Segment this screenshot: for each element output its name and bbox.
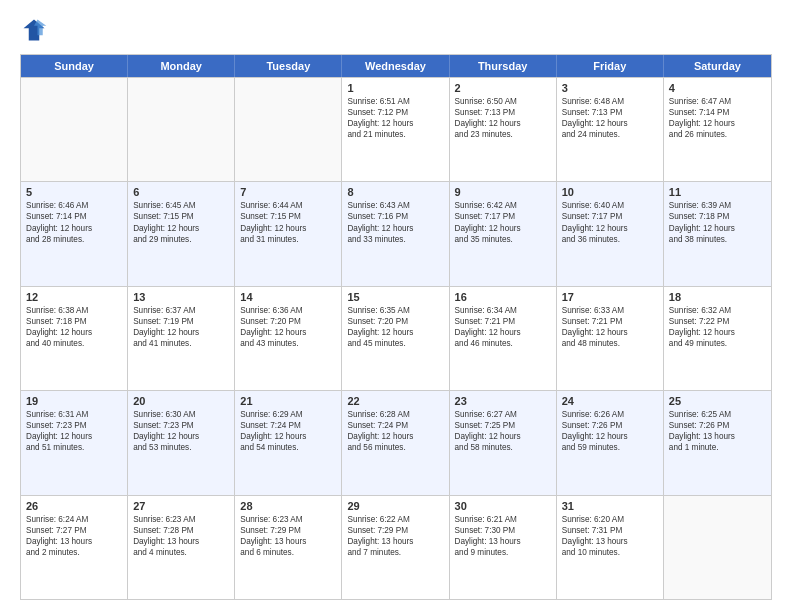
calendar-cell: 12Sunrise: 6:38 AM Sunset: 7:18 PM Dayli…	[21, 287, 128, 390]
cell-daylight-info: Sunrise: 6:39 AM Sunset: 7:18 PM Dayligh…	[669, 200, 766, 244]
calendar-cell: 17Sunrise: 6:33 AM Sunset: 7:21 PM Dayli…	[557, 287, 664, 390]
cell-date-number: 2	[455, 82, 551, 94]
cell-daylight-info: Sunrise: 6:27 AM Sunset: 7:25 PM Dayligh…	[455, 409, 551, 453]
cell-daylight-info: Sunrise: 6:23 AM Sunset: 7:28 PM Dayligh…	[133, 514, 229, 558]
cell-daylight-info: Sunrise: 6:25 AM Sunset: 7:26 PM Dayligh…	[669, 409, 766, 453]
calendar-cell	[235, 78, 342, 181]
day-header-monday: Monday	[128, 55, 235, 77]
calendar-cell: 7Sunrise: 6:44 AM Sunset: 7:15 PM Daylig…	[235, 182, 342, 285]
cell-daylight-info: Sunrise: 6:47 AM Sunset: 7:14 PM Dayligh…	[669, 96, 766, 140]
calendar-cell	[128, 78, 235, 181]
cell-date-number: 16	[455, 291, 551, 303]
cell-date-number: 14	[240, 291, 336, 303]
cell-date-number: 13	[133, 291, 229, 303]
cell-date-number: 18	[669, 291, 766, 303]
calendar-cell: 18Sunrise: 6:32 AM Sunset: 7:22 PM Dayli…	[664, 287, 771, 390]
cell-date-number: 21	[240, 395, 336, 407]
cell-date-number: 23	[455, 395, 551, 407]
calendar-cell	[21, 78, 128, 181]
logo	[20, 16, 52, 44]
calendar-cell: 30Sunrise: 6:21 AM Sunset: 7:30 PM Dayli…	[450, 496, 557, 599]
day-header-tuesday: Tuesday	[235, 55, 342, 77]
cell-date-number: 7	[240, 186, 336, 198]
calendar-cell: 22Sunrise: 6:28 AM Sunset: 7:24 PM Dayli…	[342, 391, 449, 494]
calendar-row-4: 19Sunrise: 6:31 AM Sunset: 7:23 PM Dayli…	[21, 390, 771, 494]
page: SundayMondayTuesdayWednesdayThursdayFrid…	[0, 0, 792, 612]
calendar-cell: 28Sunrise: 6:23 AM Sunset: 7:29 PM Dayli…	[235, 496, 342, 599]
day-header-saturday: Saturday	[664, 55, 771, 77]
calendar-cell: 15Sunrise: 6:35 AM Sunset: 7:20 PM Dayli…	[342, 287, 449, 390]
logo-icon	[20, 16, 48, 44]
cell-date-number: 29	[347, 500, 443, 512]
header	[20, 16, 772, 44]
day-header-sunday: Sunday	[21, 55, 128, 77]
calendar-row-1: 1Sunrise: 6:51 AM Sunset: 7:12 PM Daylig…	[21, 77, 771, 181]
cell-date-number: 31	[562, 500, 658, 512]
cell-daylight-info: Sunrise: 6:40 AM Sunset: 7:17 PM Dayligh…	[562, 200, 658, 244]
calendar-cell: 26Sunrise: 6:24 AM Sunset: 7:27 PM Dayli…	[21, 496, 128, 599]
cell-daylight-info: Sunrise: 6:34 AM Sunset: 7:21 PM Dayligh…	[455, 305, 551, 349]
calendar-cell: 24Sunrise: 6:26 AM Sunset: 7:26 PM Dayli…	[557, 391, 664, 494]
cell-daylight-info: Sunrise: 6:35 AM Sunset: 7:20 PM Dayligh…	[347, 305, 443, 349]
cell-daylight-info: Sunrise: 6:20 AM Sunset: 7:31 PM Dayligh…	[562, 514, 658, 558]
cell-date-number: 6	[133, 186, 229, 198]
cell-date-number: 24	[562, 395, 658, 407]
cell-daylight-info: Sunrise: 6:38 AM Sunset: 7:18 PM Dayligh…	[26, 305, 122, 349]
cell-daylight-info: Sunrise: 6:42 AM Sunset: 7:17 PM Dayligh…	[455, 200, 551, 244]
calendar-header: SundayMondayTuesdayWednesdayThursdayFrid…	[21, 55, 771, 77]
calendar-cell: 21Sunrise: 6:29 AM Sunset: 7:24 PM Dayli…	[235, 391, 342, 494]
cell-daylight-info: Sunrise: 6:46 AM Sunset: 7:14 PM Dayligh…	[26, 200, 122, 244]
cell-daylight-info: Sunrise: 6:26 AM Sunset: 7:26 PM Dayligh…	[562, 409, 658, 453]
cell-daylight-info: Sunrise: 6:32 AM Sunset: 7:22 PM Dayligh…	[669, 305, 766, 349]
calendar-cell: 23Sunrise: 6:27 AM Sunset: 7:25 PM Dayli…	[450, 391, 557, 494]
calendar-cell: 11Sunrise: 6:39 AM Sunset: 7:18 PM Dayli…	[664, 182, 771, 285]
cell-date-number: 3	[562, 82, 658, 94]
cell-date-number: 1	[347, 82, 443, 94]
calendar-row-3: 12Sunrise: 6:38 AM Sunset: 7:18 PM Dayli…	[21, 286, 771, 390]
day-header-wednesday: Wednesday	[342, 55, 449, 77]
cell-daylight-info: Sunrise: 6:30 AM Sunset: 7:23 PM Dayligh…	[133, 409, 229, 453]
cell-daylight-info: Sunrise: 6:44 AM Sunset: 7:15 PM Dayligh…	[240, 200, 336, 244]
cell-date-number: 19	[26, 395, 122, 407]
calendar-cell: 9Sunrise: 6:42 AM Sunset: 7:17 PM Daylig…	[450, 182, 557, 285]
calendar-cell: 1Sunrise: 6:51 AM Sunset: 7:12 PM Daylig…	[342, 78, 449, 181]
cell-daylight-info: Sunrise: 6:33 AM Sunset: 7:21 PM Dayligh…	[562, 305, 658, 349]
cell-date-number: 25	[669, 395, 766, 407]
cell-date-number: 30	[455, 500, 551, 512]
calendar-cell: 20Sunrise: 6:30 AM Sunset: 7:23 PM Dayli…	[128, 391, 235, 494]
cell-daylight-info: Sunrise: 6:36 AM Sunset: 7:20 PM Dayligh…	[240, 305, 336, 349]
cell-daylight-info: Sunrise: 6:23 AM Sunset: 7:29 PM Dayligh…	[240, 514, 336, 558]
cell-daylight-info: Sunrise: 6:28 AM Sunset: 7:24 PM Dayligh…	[347, 409, 443, 453]
cell-date-number: 4	[669, 82, 766, 94]
cell-date-number: 9	[455, 186, 551, 198]
cell-daylight-info: Sunrise: 6:22 AM Sunset: 7:29 PM Dayligh…	[347, 514, 443, 558]
cell-date-number: 5	[26, 186, 122, 198]
calendar-cell: 6Sunrise: 6:45 AM Sunset: 7:15 PM Daylig…	[128, 182, 235, 285]
calendar-cell: 3Sunrise: 6:48 AM Sunset: 7:13 PM Daylig…	[557, 78, 664, 181]
cell-daylight-info: Sunrise: 6:50 AM Sunset: 7:13 PM Dayligh…	[455, 96, 551, 140]
calendar-cell: 13Sunrise: 6:37 AM Sunset: 7:19 PM Dayli…	[128, 287, 235, 390]
calendar-cell: 8Sunrise: 6:43 AM Sunset: 7:16 PM Daylig…	[342, 182, 449, 285]
cell-date-number: 12	[26, 291, 122, 303]
calendar-cell: 19Sunrise: 6:31 AM Sunset: 7:23 PM Dayli…	[21, 391, 128, 494]
cell-daylight-info: Sunrise: 6:43 AM Sunset: 7:16 PM Dayligh…	[347, 200, 443, 244]
calendar-body: 1Sunrise: 6:51 AM Sunset: 7:12 PM Daylig…	[21, 77, 771, 599]
calendar-cell: 5Sunrise: 6:46 AM Sunset: 7:14 PM Daylig…	[21, 182, 128, 285]
calendar-cell: 4Sunrise: 6:47 AM Sunset: 7:14 PM Daylig…	[664, 78, 771, 181]
cell-date-number: 28	[240, 500, 336, 512]
cell-date-number: 10	[562, 186, 658, 198]
cell-daylight-info: Sunrise: 6:45 AM Sunset: 7:15 PM Dayligh…	[133, 200, 229, 244]
cell-daylight-info: Sunrise: 6:37 AM Sunset: 7:19 PM Dayligh…	[133, 305, 229, 349]
cell-date-number: 26	[26, 500, 122, 512]
cell-daylight-info: Sunrise: 6:21 AM Sunset: 7:30 PM Dayligh…	[455, 514, 551, 558]
cell-daylight-info: Sunrise: 6:31 AM Sunset: 7:23 PM Dayligh…	[26, 409, 122, 453]
cell-daylight-info: Sunrise: 6:48 AM Sunset: 7:13 PM Dayligh…	[562, 96, 658, 140]
cell-date-number: 15	[347, 291, 443, 303]
cell-date-number: 11	[669, 186, 766, 198]
calendar: SundayMondayTuesdayWednesdayThursdayFrid…	[20, 54, 772, 600]
cell-daylight-info: Sunrise: 6:29 AM Sunset: 7:24 PM Dayligh…	[240, 409, 336, 453]
calendar-cell: 27Sunrise: 6:23 AM Sunset: 7:28 PM Dayli…	[128, 496, 235, 599]
calendar-cell: 29Sunrise: 6:22 AM Sunset: 7:29 PM Dayli…	[342, 496, 449, 599]
calendar-cell: 2Sunrise: 6:50 AM Sunset: 7:13 PM Daylig…	[450, 78, 557, 181]
cell-date-number: 8	[347, 186, 443, 198]
